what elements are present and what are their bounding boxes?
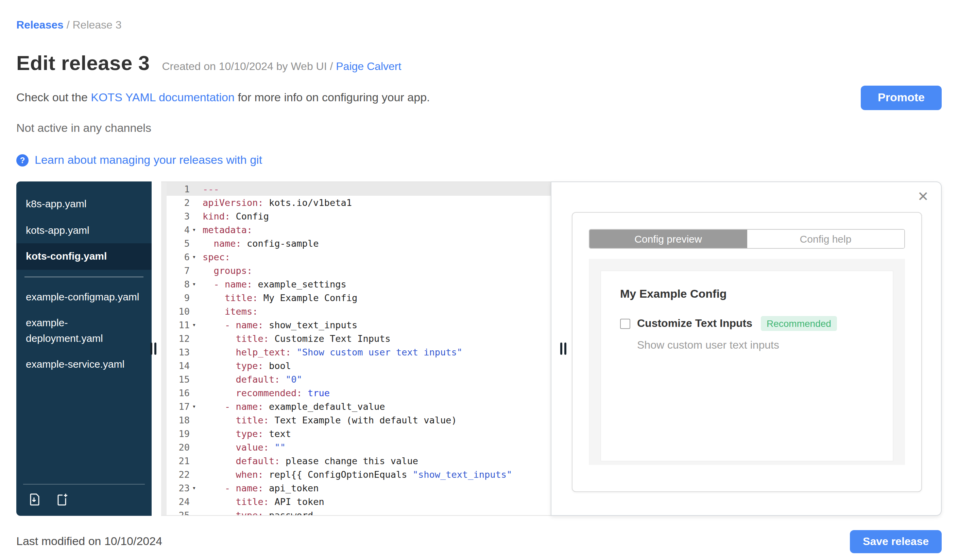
- recommended-badge: Recommended: [760, 316, 837, 331]
- code-line[interactable]: 19 type: text: [167, 427, 551, 440]
- file-item[interactable]: example-service.yaml: [16, 351, 152, 378]
- doc-prefix: Check out the: [16, 91, 91, 104]
- line-number-gutter[interactable]: 2: [167, 196, 198, 209]
- line-number-gutter[interactable]: 13: [167, 345, 198, 359]
- line-number-gutter[interactable]: 24: [167, 495, 198, 508]
- code-line[interactable]: 8▾ - name: example_settings: [167, 277, 551, 291]
- code-line[interactable]: 3kind: Config: [167, 209, 551, 223]
- fold-arrow-icon: [190, 454, 198, 468]
- title-row: Edit release 3 Created on 10/10/2024 by …: [16, 52, 942, 75]
- line-number-gutter[interactable]: 20: [167, 440, 198, 454]
- line-number-gutter[interactable]: 8▾: [167, 277, 198, 291]
- page: Releases / Release 3 Edit release 3 Crea…: [0, 0, 958, 553]
- left-pane-drag-handle[interactable]: [150, 343, 156, 355]
- config-render-area: My Example Config Customize Text Inputs …: [589, 259, 905, 465]
- fold-arrow-icon: [190, 508, 198, 516]
- code-line[interactable]: 12 title: Customize Text Inputs: [167, 332, 551, 345]
- yaml-code-editor[interactable]: 1---2apiVersion: kots.io/v1beta13kind: C…: [161, 182, 551, 516]
- line-number-gutter[interactable]: 25: [167, 508, 198, 516]
- code-line[interactable]: 18 title: Text Example (with default val…: [167, 413, 551, 427]
- line-number-gutter[interactable]: 5: [167, 237, 198, 250]
- page-title: Edit release 3: [16, 52, 150, 75]
- line-number-gutter[interactable]: 6▾: [167, 250, 198, 264]
- code-line[interactable]: 5 name: config-sample: [167, 237, 551, 250]
- right-pane-drag-handle[interactable]: [560, 343, 566, 355]
- line-number-gutter[interactable]: 16: [167, 386, 198, 400]
- code-line[interactable]: 25 type: password: [167, 508, 551, 516]
- git-help-row: ? Learn about managing your releases wit…: [16, 153, 942, 167]
- code-line[interactable]: 23▾ - name: api_token: [167, 481, 551, 495]
- line-number-gutter[interactable]: 22: [167, 468, 198, 481]
- code-line[interactable]: 16 recommended: true: [167, 386, 551, 400]
- file-tree-divider: [24, 276, 143, 277]
- line-number-gutter[interactable]: 4▾: [167, 223, 198, 237]
- config-item-label: Customize Text Inputs: [637, 317, 752, 330]
- code-line[interactable]: 21 default: please change this value: [167, 454, 551, 468]
- file-item[interactable]: example-configmap.yaml: [16, 284, 152, 310]
- fold-arrow-icon: ▾: [190, 250, 198, 264]
- import-file-icon[interactable]: [27, 492, 42, 507]
- line-number-gutter[interactable]: 11▾: [167, 318, 198, 332]
- breadcrumb-releases-link[interactable]: Releases: [16, 19, 63, 30]
- git-help-link[interactable]: Learn about managing your releases with …: [35, 153, 262, 167]
- tab-config-preview[interactable]: Config preview: [590, 230, 747, 248]
- line-number-gutter[interactable]: 10: [167, 304, 198, 318]
- code-line[interactable]: 24 title: API token: [167, 495, 551, 508]
- promote-button[interactable]: Promote: [861, 85, 942, 110]
- fold-arrow-icon: [190, 440, 198, 454]
- code-line[interactable]: 14 type: bool: [167, 359, 551, 372]
- doc-row: Check out the KOTS YAML documentation fo…: [16, 85, 942, 110]
- line-number-gutter[interactable]: 12: [167, 332, 198, 345]
- line-number-gutter[interactable]: 19: [167, 427, 198, 440]
- code-line[interactable]: 10 items:: [167, 304, 551, 318]
- tab-config-help[interactable]: Config help: [747, 230, 904, 248]
- code-line[interactable]: 2apiVersion: kots.io/v1beta1: [167, 196, 551, 209]
- config-item-checkbox[interactable]: [620, 318, 630, 329]
- config-preview-card: Config preview Config help My Example Co…: [572, 212, 922, 492]
- code-line[interactable]: 9 title: My Example Config: [167, 291, 551, 304]
- line-number-gutter[interactable]: 3: [167, 209, 198, 223]
- code-line[interactable]: 13 help_text: "Show custom user text inp…: [167, 345, 551, 359]
- file-item[interactable]: k8s-app.yaml: [16, 191, 152, 217]
- line-number-gutter[interactable]: 9: [167, 291, 198, 304]
- file-list-top: k8s-app.yamlkots-app.yamlkots-config.yam…: [16, 191, 152, 269]
- created-author-link[interactable]: Paige Calvert: [336, 60, 401, 72]
- line-number-gutter[interactable]: 21: [167, 454, 198, 468]
- file-item[interactable]: example-deployment.yaml: [16, 310, 152, 351]
- fold-arrow-icon: [190, 413, 198, 427]
- line-number-gutter[interactable]: 15: [167, 372, 198, 386]
- fold-arrow-icon: [190, 359, 198, 372]
- code-line[interactable]: 7 groups:: [167, 264, 551, 277]
- code-line[interactable]: 6▾spec:: [167, 250, 551, 264]
- file-pane-footer: [23, 484, 145, 516]
- preview-tabs: Config preview Config help: [589, 229, 905, 249]
- code-line[interactable]: 17▾ - name: example_default_value: [167, 400, 551, 413]
- code-rows: 1---2apiVersion: kots.io/v1beta13kind: C…: [167, 182, 551, 516]
- code-line[interactable]: 11▾ - name: show_text_inputs: [167, 318, 551, 332]
- save-release-button[interactable]: Save release: [850, 530, 942, 553]
- fold-arrow-icon: [190, 345, 198, 359]
- close-icon[interactable]: ✕: [917, 188, 929, 204]
- line-number-gutter[interactable]: 1: [167, 182, 198, 196]
- new-file-icon[interactable]: [54, 492, 69, 507]
- fold-arrow-icon: [190, 468, 198, 481]
- code-line[interactable]: 4▾metadata:: [167, 223, 551, 237]
- line-number-gutter[interactable]: 18: [167, 413, 198, 427]
- file-item[interactable]: kots-config.yaml: [16, 243, 152, 269]
- code-line[interactable]: 15 default: "0": [167, 372, 551, 386]
- fold-arrow-icon: [190, 495, 198, 508]
- code-line[interactable]: 22 when: repl{{ ConfigOptionEquals "show…: [167, 468, 551, 481]
- line-number-gutter[interactable]: 14: [167, 359, 198, 372]
- file-list-bottom: example-configmap.yamlexample-deployment…: [16, 284, 152, 378]
- breadcrumb-current: Release 3: [72, 19, 121, 30]
- fold-arrow-icon: ▾: [190, 318, 198, 332]
- line-number-gutter[interactable]: 7: [167, 264, 198, 277]
- code-line[interactable]: 1---: [167, 182, 551, 196]
- code-line[interactable]: 20 value: "": [167, 440, 551, 454]
- fold-arrow-icon: [190, 427, 198, 440]
- line-number-gutter[interactable]: 17▾: [167, 400, 198, 413]
- kots-yaml-doc-link[interactable]: KOTS YAML documentation: [91, 91, 235, 104]
- question-icon: ?: [16, 154, 29, 166]
- line-number-gutter[interactable]: 23▾: [167, 481, 198, 495]
- file-item[interactable]: kots-app.yaml: [16, 217, 152, 243]
